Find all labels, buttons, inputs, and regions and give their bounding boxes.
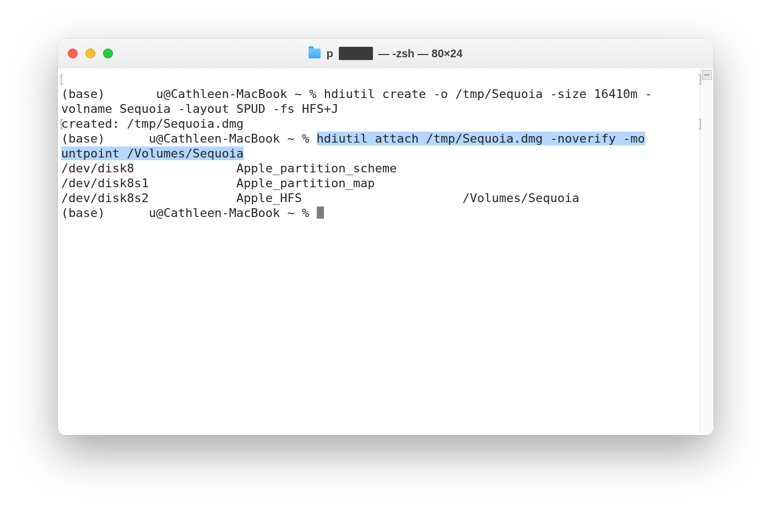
terminal-selection[interactable]: untpoint /Volumes/Sequoia [61, 146, 244, 160]
terminal-selection[interactable]: hdiutil attach /tmp/Sequoia.dmg -noverif… [317, 132, 645, 145]
minimize-icon[interactable] [85, 48, 95, 58]
window-title: p — -zsh — 80×24 [58, 47, 713, 60]
close-icon[interactable] [68, 48, 78, 58]
zoom-icon[interactable] [103, 48, 113, 58]
wrap-marker-right: ] [696, 72, 700, 86]
wrap-marker-right: ] [696, 116, 700, 131]
terminal-line: (base) u@Cathleen-MacBook ~ % hdiutil cr… [61, 87, 652, 101]
terminal-line: (base) u@Cathleen-MacBook ~ % [61, 132, 317, 145]
terminal-prompt[interactable]: (base) u@Cathleen-MacBook ~ % [61, 206, 317, 220]
terminal-body[interactable]: [ ] [ ] (base) u@Cathleen-MacBook ~ % hd… [58, 68, 713, 435]
folder-icon [309, 48, 321, 58]
wrap-marker-left: [ [58, 72, 62, 86]
cursor-icon [317, 207, 324, 219]
title-redacted [339, 47, 373, 60]
terminal-output[interactable]: (base) u@Cathleen-MacBook ~ % hdiutil cr… [58, 68, 713, 238]
terminal-line: volname Sequoia -layout SPUD -fs HFS+J [61, 102, 338, 116]
terminal-line: created: /tmp/Sequoia.dmg [61, 117, 244, 131]
terminal-line: /dev/disk8s2 Apple_HFS /Volumes/Sequoia [61, 191, 579, 205]
titlebar[interactable]: p — -zsh — 80×24 [58, 39, 713, 69]
wrap-marker-left: [ [58, 116, 62, 131]
traffic-lights [68, 48, 113, 58]
title-suffix: — -zsh — 80×24 [378, 47, 463, 60]
terminal-line: /dev/disk8s1 Apple_partition_map [61, 176, 375, 190]
terminal-line: /dev/disk8 Apple_partition_scheme [61, 161, 397, 175]
title-prefix: p [326, 47, 333, 60]
terminal-window: p — -zsh — 80×24 [ ] [ ] (base) u@Cathle… [58, 39, 713, 435]
